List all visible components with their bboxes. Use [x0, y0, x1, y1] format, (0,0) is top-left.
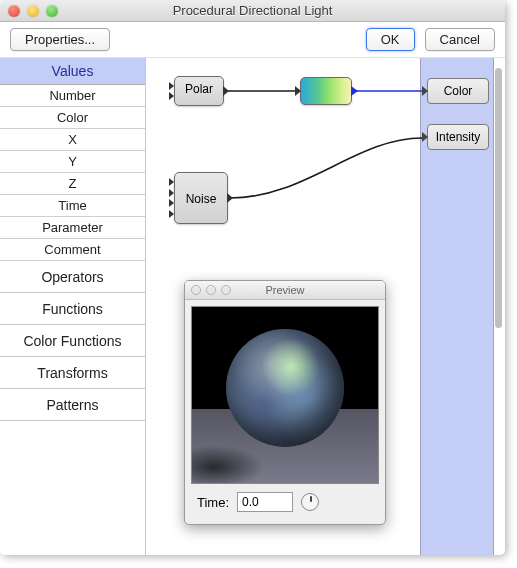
- node-gradient[interactable]: [300, 77, 352, 105]
- preview-sphere: [226, 329, 344, 447]
- toolbar: Properties... OK Cancel: [0, 22, 505, 58]
- port-in-icon: [422, 86, 428, 96]
- close-icon[interactable]: [8, 5, 20, 17]
- sidebar-group-operators[interactable]: Operators: [0, 261, 145, 293]
- port-out-icon: [223, 86, 229, 96]
- sidebar-group-patterns[interactable]: Patterns: [0, 389, 145, 421]
- sidebar-item-comment[interactable]: Comment: [0, 239, 145, 261]
- preview-titlebar[interactable]: Preview: [185, 281, 385, 300]
- cancel-button[interactable]: Cancel: [425, 28, 495, 51]
- port-in-icon: [295, 86, 301, 96]
- sidebar-item-y[interactable]: Y: [0, 151, 145, 173]
- sidebar-group-color-functions[interactable]: Color Functions: [0, 325, 145, 357]
- node-noise[interactable]: Noise: [174, 172, 228, 224]
- properties-button[interactable]: Properties...: [10, 28, 110, 51]
- sidebar-group-values[interactable]: Values: [0, 58, 145, 85]
- time-field[interactable]: [237, 492, 293, 512]
- time-dial[interactable]: [301, 493, 319, 511]
- preview-render: [191, 306, 379, 484]
- output-intensity-label: Intensity: [436, 130, 481, 144]
- output-intensity[interactable]: Intensity: [427, 124, 489, 150]
- zoom-icon[interactable]: [46, 5, 58, 17]
- sidebar-item-color[interactable]: Color: [0, 107, 145, 129]
- port-in-icon: [422, 132, 428, 142]
- sidebar-item-time[interactable]: Time: [0, 195, 145, 217]
- sidebar-group-functions[interactable]: Functions: [0, 293, 145, 325]
- minimize-icon[interactable]: [27, 5, 39, 17]
- window-title: Procedural Directional Light: [0, 3, 505, 18]
- time-label: Time:: [197, 495, 229, 510]
- sidebar-item-parameter[interactable]: Parameter: [0, 217, 145, 239]
- sidebar-item-z[interactable]: Z: [0, 173, 145, 195]
- output-color-label: Color: [444, 84, 473, 98]
- preview-window[interactable]: Preview Time:: [184, 280, 386, 525]
- preview-title: Preview: [185, 284, 385, 296]
- sidebar-item-x[interactable]: X: [0, 129, 145, 151]
- window-titlebar: Procedural Directional Light: [0, 0, 505, 22]
- ok-button[interactable]: OK: [366, 28, 415, 51]
- scrollbar[interactable]: [495, 68, 502, 328]
- sidebar-group-transforms[interactable]: Transforms: [0, 357, 145, 389]
- sidebar: Values Number Color X Y Z Time Parameter…: [0, 58, 146, 555]
- sidebar-item-number[interactable]: Number: [0, 85, 145, 107]
- output-color[interactable]: Color: [427, 78, 489, 104]
- node-noise-label: Noise: [175, 173, 227, 225]
- port-out-icon: [351, 86, 358, 96]
- node-polar-label: Polar: [175, 77, 223, 101]
- port-out-icon: [227, 193, 233, 203]
- node-polar[interactable]: Polar: [174, 76, 224, 106]
- window-traffic-lights[interactable]: [0, 5, 58, 17]
- output-panel: Color Intensity: [420, 58, 494, 555]
